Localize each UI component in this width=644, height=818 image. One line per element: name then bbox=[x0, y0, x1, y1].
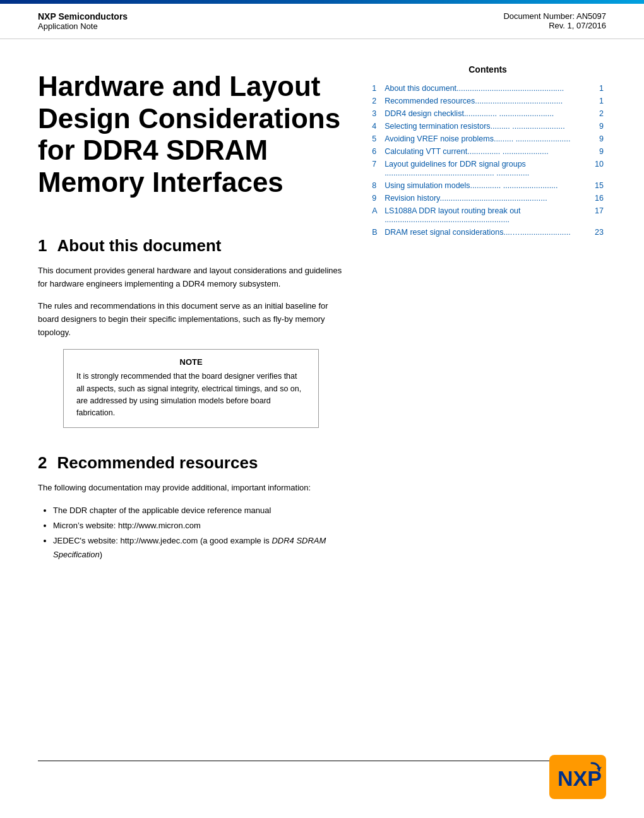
contents-title: Contents bbox=[369, 64, 606, 74]
left-column: Hardware and Layout Design Consideration… bbox=[38, 39, 344, 567]
toc-page-6: 9 bbox=[591, 145, 606, 158]
section-1-body1: This document provides general hardware … bbox=[38, 264, 344, 291]
toc-row-A: A LS1088A DDR layout routing break out..… bbox=[369, 204, 606, 226]
header-left: NXP Semiconductors Application Note bbox=[38, 11, 128, 31]
contents-box: Contents 1 About this document..........… bbox=[369, 64, 606, 239]
note-box: NOTE It is strongly recommended that the… bbox=[63, 349, 319, 428]
toc-page-3: 2 bbox=[591, 107, 606, 120]
section-2-intro: The following documentation may provide … bbox=[38, 482, 344, 495]
toc-title-3: DDR4 design checklist............... ...… bbox=[382, 107, 591, 120]
toc-num-3: 3 bbox=[369, 107, 382, 120]
toc-page-8: 15 bbox=[591, 179, 606, 192]
doc-number: Document Number: AN5097 bbox=[503, 11, 606, 21]
footer: NXP bbox=[0, 755, 644, 799]
toc-num-1: 1 bbox=[369, 82, 382, 95]
bullet-3-italic: DDR4 SDRAM Specification bbox=[53, 536, 326, 559]
section-2-bullets: The DDR chapter of the applicable device… bbox=[53, 504, 344, 562]
toc-page-1: 1 bbox=[591, 82, 606, 95]
toc-page-2: 1 bbox=[591, 95, 606, 107]
toc-title-8: Using simulation models.............. ..… bbox=[382, 179, 591, 192]
bullet-1: The DDR chapter of the applicable device… bbox=[53, 504, 344, 518]
nxp-logo-box: NXP bbox=[549, 755, 606, 799]
toc-num-4: 4 bbox=[369, 120, 382, 133]
section-1-heading: 1About this document bbox=[38, 236, 344, 256]
toc-title-A: LS1088A DDR layout routing break out....… bbox=[382, 204, 591, 226]
nxp-logo-svg: NXP bbox=[552, 758, 603, 796]
toc-row-8: 8 Using simulation models.............. … bbox=[369, 179, 606, 192]
toc-page-4: 9 bbox=[591, 120, 606, 133]
note-text: It is strongly recommended that the boar… bbox=[76, 370, 306, 420]
toc-row-5: 5 Avoiding VREF noise problems......... … bbox=[369, 133, 606, 145]
toc-row-1: 1 About this document...................… bbox=[369, 82, 606, 95]
section-1: 1About this document This document provi… bbox=[38, 236, 344, 427]
section-2-heading: 2Recommended resources bbox=[38, 453, 344, 473]
toc-num-2: 2 bbox=[369, 95, 382, 107]
section-2: 2Recommended resources The following doc… bbox=[38, 453, 344, 562]
toc-row-4: 4 Selecting termination resistors.......… bbox=[369, 120, 606, 133]
document-title: Hardware and Layout Design Consideration… bbox=[38, 58, 344, 198]
toc-page-5: 9 bbox=[591, 133, 606, 145]
note-title: NOTE bbox=[76, 357, 306, 367]
toc-title-4: Selecting termination resistors.........… bbox=[382, 120, 591, 133]
toc-page-B: 23 bbox=[591, 226, 606, 239]
toc-row-7: 7 Layout guidelines for DDR signal group… bbox=[369, 158, 606, 179]
toc-num-9: 9 bbox=[369, 192, 382, 204]
section-2-num: 2 bbox=[38, 453, 47, 472]
bullet-3: JEDEC's website: http://www.jedec.com (a… bbox=[53, 534, 344, 562]
header-right: Document Number: AN5097 Rev. 1, 07/2016 bbox=[503, 11, 606, 30]
toc-page-A: 17 bbox=[591, 204, 606, 226]
toc-title-5: Avoiding VREF noise problems......... ..… bbox=[382, 133, 591, 145]
section-2-title: Recommended resources bbox=[57, 453, 258, 472]
toc-title-1: About this document.....................… bbox=[382, 82, 591, 95]
section-1-num: 1 bbox=[38, 236, 47, 255]
toc-title-7: Layout guidelines for DDR signal groups.… bbox=[382, 158, 591, 179]
bullet-2: Micron’s website: http://www.micron.com bbox=[53, 519, 344, 533]
section-1-title: About this document bbox=[57, 236, 221, 255]
svg-text:NXP: NXP bbox=[558, 766, 602, 790]
toc-title-2: Recommended resources...................… bbox=[382, 95, 591, 107]
toc-row-B: B DRAM reset signal considerations....….… bbox=[369, 226, 606, 239]
page-header: NXP Semiconductors Application Note Docu… bbox=[0, 4, 644, 39]
toc-num-A: A bbox=[369, 204, 382, 226]
doc-type: Application Note bbox=[38, 21, 128, 31]
section-1-body2: The rules and recommendations in this do… bbox=[38, 300, 344, 339]
toc-num-5: 5 bbox=[369, 133, 382, 145]
toc-page-7: 10 bbox=[591, 158, 606, 179]
toc-row-9: 9 Revision history......................… bbox=[369, 192, 606, 204]
toc-num-7: 7 bbox=[369, 158, 382, 179]
page: NXP Semiconductors Application Note Docu… bbox=[0, 0, 644, 818]
right-column: Contents 1 About this document..........… bbox=[369, 39, 606, 567]
toc-row-2: 2 Recommended resources.................… bbox=[369, 95, 606, 107]
nxp-logo: NXP bbox=[549, 755, 606, 799]
toc-row-6: 6 Calculating VTT current...............… bbox=[369, 145, 606, 158]
main-content: Hardware and Layout Design Consideration… bbox=[0, 39, 644, 567]
doc-rev: Rev. 1, 07/2016 bbox=[503, 21, 606, 30]
toc-num-8: 8 bbox=[369, 179, 382, 192]
toc-row-3: 3 DDR4 design checklist............... .… bbox=[369, 107, 606, 120]
toc-title-9: Revision history........................… bbox=[382, 192, 591, 204]
toc-num-B: B bbox=[369, 226, 382, 239]
company-name: NXP Semiconductors bbox=[38, 11, 128, 21]
toc-num-6: 6 bbox=[369, 145, 382, 158]
toc-table: 1 About this document...................… bbox=[369, 82, 606, 239]
toc-title-B: DRAM reset signal considerations....…...… bbox=[382, 226, 591, 239]
toc-title-6: Calculating VTT current............... .… bbox=[382, 145, 591, 158]
toc-page-9: 16 bbox=[591, 192, 606, 204]
